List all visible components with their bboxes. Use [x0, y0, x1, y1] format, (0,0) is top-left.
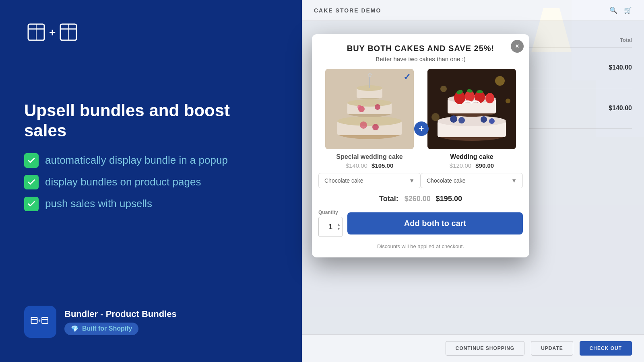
store-footer: CONTINUE SHOPPING UPDATE CHECK OUT: [302, 334, 644, 362]
svg-point-32: [506, 99, 510, 103]
svg-point-31: [440, 86, 447, 92]
product-2-name: Wedding cake: [450, 153, 493, 160]
quantity-down-arrow[interactable]: ▼: [337, 227, 341, 231]
svg-point-30: [495, 76, 505, 86]
col-total: Total: [553, 37, 632, 43]
wedding-cake-art: ✿: [325, 69, 414, 149]
svg-point-37: [438, 116, 506, 126]
svg-point-24: [375, 104, 380, 110]
svg-point-25: [360, 121, 367, 129]
modal-header: BUY BOTH CAKES AND SAVE 25%! Better have…: [312, 34, 529, 69]
svg-point-49: [458, 117, 465, 123]
add-both-to-cart-button[interactable]: Add both to cart: [347, 212, 523, 234]
svg-point-44: [485, 93, 494, 103]
total-original-price: $260.00: [405, 195, 431, 203]
svg-point-15: [337, 116, 402, 126]
modal-product-2: Wedding cake $120.00 $90.00 Chocolate ca…: [421, 69, 523, 188]
svg-rect-7: [31, 317, 37, 323]
product-2-variant-text: Chocolate cake: [427, 177, 466, 184]
product-1-discounted-price: $105.00: [372, 162, 393, 169]
shopify-badge: 💎 Built for Shopify: [64, 323, 138, 335]
plus-connector-icon: +: [414, 121, 429, 136]
quantity-value: 1: [328, 223, 332, 231]
svg-text:✿: ✿: [367, 72, 372, 78]
store-demo-icons: 🔍 🛒: [609, 6, 632, 14]
feature-text-1: automatically display bundle in a popup: [45, 154, 228, 167]
svg-text:+: +: [49, 26, 56, 39]
checkout-button[interactable]: CHECK OUT: [580, 341, 632, 356]
app-name: Bundler - Product Bundles: [64, 309, 177, 319]
app-card: + Bundler - Product Bundles 💎 Built for …: [24, 306, 177, 338]
product-2-variant-dropdown[interactable]: Chocolate cake ▼: [421, 173, 523, 188]
product-1-check-icon: ✓: [403, 72, 411, 82]
quantity-box[interactable]: 1 ▲ ▼: [318, 217, 343, 237]
check-icon-1: [24, 153, 39, 168]
discount-note: Discounts will be applied at checkout.: [312, 243, 529, 257]
berry-cake-art: [427, 69, 516, 149]
product-2-price: $120.00 $90.00: [450, 162, 494, 169]
search-icon[interactable]: 🔍: [609, 6, 617, 14]
feature-item-2: display bundles on product pages: [24, 175, 266, 189]
svg-point-33: [431, 113, 440, 121]
svg-point-26: [372, 124, 379, 130]
update-button[interactable]: UPDATE: [531, 341, 573, 356]
left-section: + Upsell bundles and boost sales automat…: [24, 20, 266, 211]
quantity-stepper[interactable]: ▲ ▼: [337, 223, 341, 231]
quantity-control: Quantity 1 ▲ ▼: [318, 210, 343, 237]
product-1-original-price: $140.00: [346, 162, 367, 169]
product-1-image: ✿ ✓: [325, 69, 414, 149]
logo: +: [24, 20, 266, 44]
shopify-heart-icon: 💎: [71, 325, 79, 333]
modal-total: Total: $260.00 $195.00: [312, 188, 529, 210]
svg-text:+: +: [38, 319, 41, 323]
total-discounted-price: $195.00: [436, 195, 462, 203]
modal-subtitle: Better have two cakes than one :): [322, 56, 520, 62]
app-icon: +: [24, 306, 56, 338]
product-1-variant-text: Chocolate cake: [324, 177, 363, 184]
product-price-1: $140.00: [553, 64, 632, 71]
product-2-original-price: $120.00: [450, 162, 471, 169]
svg-rect-10: [42, 317, 48, 323]
hero-title: Upsell bundles and boost sales: [24, 101, 266, 141]
svg-point-50: [481, 116, 487, 123]
shopify-badge-text: Built for Shopify: [82, 325, 132, 332]
total-label: Total:: [379, 195, 398, 203]
chevron-down-icon-2: ▼: [511, 177, 517, 184]
feature-text-3: push sales with upsells: [45, 197, 152, 210]
product-2-image: [427, 69, 516, 149]
modal-product-1: ✿ ✓ Special wedding cake $140.00 $105.00…: [318, 69, 421, 188]
modal-close-button[interactable]: ×: [511, 40, 524, 53]
store-demo-header: CAKE STORE DEMO 🔍 🛒: [302, 0, 644, 21]
modal-title: BUY BOTH CAKES AND SAVE 25%!: [322, 44, 520, 53]
svg-point-23: [357, 105, 361, 109]
feature-text-2: display bundles on product pages: [45, 176, 201, 188]
product-1-price: $140.00 $105.00: [346, 162, 394, 169]
modal-actions: Quantity 1 ▲ ▼ Add both to cart: [312, 210, 529, 243]
modal-products: ✿ ✓ Special wedding cake $140.00 $105.00…: [312, 69, 529, 188]
svg-point-48: [450, 115, 457, 123]
app-info: Bundler - Product Bundles 💎 Built for Sh…: [64, 309, 177, 335]
check-icon-3: [24, 197, 39, 211]
quantity-up-arrow[interactable]: ▲: [337, 223, 341, 226]
logo-icon: +: [24, 20, 105, 44]
product-2-discounted-price: $90.00: [475, 162, 494, 169]
svg-point-18: [347, 99, 392, 107]
app-icon-svg: +: [30, 312, 50, 332]
product-price-2: $140.00: [553, 105, 632, 112]
store-demo-title: CAKE STORE DEMO: [314, 7, 381, 14]
quantity-label: Quantity: [318, 210, 338, 215]
feature-item-1: automatically display bundle in a popup: [24, 153, 266, 168]
product-1-name: Special wedding cake: [336, 153, 402, 160]
continue-shopping-button[interactable]: CONTINUE SHOPPING: [446, 341, 524, 356]
feature-list: automatically display bundle in a popup …: [24, 153, 266, 211]
feature-item-3: push sales with upsells: [24, 197, 266, 211]
chevron-down-icon-1: ▼: [409, 177, 415, 184]
svg-point-47: [477, 90, 483, 93]
bundle-modal: × BUY BOTH CAKES AND SAVE 25%! Better ha…: [312, 34, 529, 257]
check-icon-2: [24, 175, 39, 189]
svg-point-51: [489, 118, 495, 124]
cart-icon[interactable]: 🛒: [624, 6, 632, 14]
product-1-variant-dropdown[interactable]: Chocolate cake ▼: [318, 173, 421, 188]
